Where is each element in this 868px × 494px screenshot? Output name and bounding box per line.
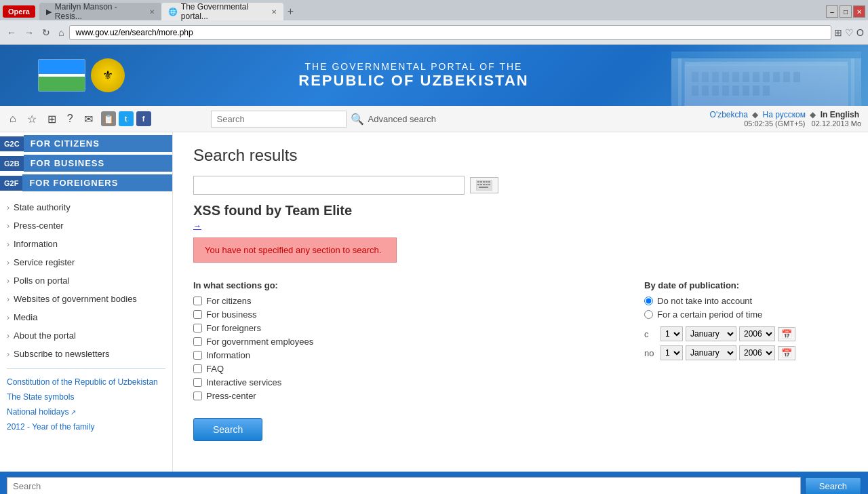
sidebar-item-polls[interactable]: › Polls on portal xyxy=(0,271,172,290)
sidebar-item-subscribe[interactable]: › Subscribe to newsletters xyxy=(0,345,172,363)
sidebar-label-information: Information xyxy=(14,239,58,249)
checkbox-citizens[interactable] xyxy=(193,297,202,305)
twitter-icon[interactable]: t xyxy=(119,111,134,126)
checkbox-business[interactable] xyxy=(193,310,202,319)
date-from-day-select[interactable]: 1 2 3 4 5 xyxy=(660,326,683,341)
g2b-business-button[interactable]: G2B FOR BUSINESS xyxy=(0,155,172,172)
section-row: In what sections go: For citizens For bu… xyxy=(193,280,848,404)
radio-no-account[interactable] xyxy=(644,297,653,305)
section-item-gov-employees: For government employees xyxy=(193,337,617,347)
date-radio-list: Do not take into account For a certain p… xyxy=(644,296,848,320)
bottom-search-input[interactable] xyxy=(7,477,801,494)
checkbox-information[interactable] xyxy=(193,351,202,360)
youtube-icon: ▶ xyxy=(46,7,52,16)
xss-link[interactable]: → xyxy=(193,221,201,231)
date-to-month-select[interactable]: January February March xyxy=(686,345,736,360)
minimize-button[interactable]: – xyxy=(826,5,838,18)
sidebar-label-polls: Polls on portal xyxy=(14,276,69,286)
sidebar-link-holidays[interactable]: National holidays xyxy=(0,404,172,419)
g2f-foreigners-button[interactable]: G2F FOR FOREIGNERS xyxy=(0,174,172,191)
checkbox-interactive[interactable] xyxy=(193,378,202,387)
back-button[interactable]: ← xyxy=(4,26,19,39)
sidebar-label-press-center: Press-center xyxy=(14,221,64,231)
date-to-day-select[interactable]: 1 2 3 xyxy=(660,345,683,360)
sidebar-item-service-register[interactable]: › Service register xyxy=(0,253,172,271)
lang-time: O'zbekcha ◆ На русском ◆ In English 05:0… xyxy=(708,110,861,128)
xss-arrow: → xyxy=(193,221,848,231)
sitemap-nav-icon[interactable]: ⊞ xyxy=(45,111,59,127)
opera-icon[interactable]: O xyxy=(856,27,864,38)
lang-en-link[interactable]: In English xyxy=(821,110,859,119)
date-to-year-select[interactable]: 2006 2007 xyxy=(739,345,775,360)
home-nav-icon[interactable]: ⌂ xyxy=(7,111,19,126)
lang-uz-link[interactable]: O'zbekcha xyxy=(710,110,748,119)
search-field[interactable] xyxy=(193,176,465,195)
advanced-search-link[interactable]: Advanced search xyxy=(368,114,436,124)
radio-period[interactable] xyxy=(644,310,653,319)
close-button[interactable]: ✕ xyxy=(853,5,865,18)
tab-gov-portal[interactable]: 🌐 The Governmental portal... ✕ xyxy=(161,3,283,20)
date-title: By date of publication: xyxy=(644,280,848,290)
home-button[interactable]: ⌂ xyxy=(56,26,66,39)
sidebar-item-gov-bodies[interactable]: › Websites of government bodies xyxy=(0,290,172,308)
sidebar-link-constitution[interactable]: Constitution of the Republic of Uzbekist… xyxy=(0,375,172,390)
section-label-foreigners: For foreigners xyxy=(206,323,261,333)
globe-icon: 🌐 xyxy=(168,7,178,16)
svg-rect-36 xyxy=(479,187,488,188)
toolbar-search-icon[interactable]: 🔍 xyxy=(351,113,364,126)
tab-marilyn-manson[interactable]: ▶ Marilyn Manson - Resis... ✕ xyxy=(39,3,161,20)
checkbox-faq[interactable] xyxy=(193,364,202,373)
header-line2: REPUBLIC OF UZBEKISTAN xyxy=(163,72,665,90)
flag-emblem: ⚜ xyxy=(38,58,125,92)
address-bar[interactable] xyxy=(69,25,831,40)
date-radio-item-no-account: Do not take into account xyxy=(644,296,848,306)
sidebar-link-symbols[interactable]: The State symbols xyxy=(0,390,172,404)
help-nav-icon[interactable]: ? xyxy=(64,111,76,126)
svg-rect-32 xyxy=(480,184,482,185)
checkbox-gov-employees[interactable] xyxy=(193,337,202,346)
checkbox-press-center[interactable] xyxy=(193,392,202,400)
facebook-icon[interactable]: f xyxy=(136,111,151,126)
search-submit-button[interactable]: Search xyxy=(193,418,262,441)
mail-social-icon[interactable]: 📋 xyxy=(101,111,116,126)
sidebar-item-press-center[interactable]: › Press-center xyxy=(0,216,172,235)
forward-button[interactable]: → xyxy=(22,26,37,39)
date-to-calendar-button[interactable]: 📅 xyxy=(778,346,795,360)
arrow-icon-5: › xyxy=(7,276,9,286)
keyboard-button[interactable] xyxy=(470,177,498,193)
sidebar-item-media[interactable]: › Media xyxy=(0,308,172,326)
date-from-year-select[interactable]: 2006 2007 xyxy=(739,326,775,341)
mail-nav-icon[interactable]: ✉ xyxy=(81,111,96,127)
grid-icon[interactable]: ⊞ xyxy=(834,27,842,38)
tab-close-2[interactable]: ✕ xyxy=(271,8,277,16)
svg-rect-35 xyxy=(488,184,490,185)
star-nav-icon[interactable]: ☆ xyxy=(24,111,39,127)
opera-logo[interactable]: Opera xyxy=(3,5,35,18)
refresh-button[interactable]: ↻ xyxy=(39,26,53,39)
date-from-calendar-button[interactable]: 📅 xyxy=(778,327,795,341)
date-to-label: no xyxy=(644,348,658,358)
toolbar-search-input[interactable] xyxy=(211,111,347,128)
tab-label-1: Marilyn Manson - Resis... xyxy=(55,2,145,21)
section-label-press-center: Press-center xyxy=(206,391,256,401)
sidebar-item-state-authority[interactable]: › State authority xyxy=(0,198,172,216)
maximize-button[interactable]: □ xyxy=(840,5,852,18)
flag xyxy=(38,59,85,92)
tab-close-1[interactable]: ✕ xyxy=(149,8,155,16)
sidebar-item-information[interactable]: › Information xyxy=(0,235,172,253)
date-from-month-select[interactable]: January February March xyxy=(686,326,736,341)
sidebar-item-about[interactable]: › About the portal xyxy=(0,326,172,345)
tab-add-button[interactable]: + xyxy=(283,4,298,19)
heart-icon[interactable]: ♡ xyxy=(845,27,854,38)
bottom-search-button[interactable]: Search xyxy=(805,477,861,494)
main-layout: G2C FOR CITIZENS G2B FOR BUSINESS G2F FO… xyxy=(0,132,868,472)
g2c-citizens-button[interactable]: G2C FOR CITIZENS xyxy=(0,135,172,152)
checkbox-foreigners[interactable] xyxy=(193,324,202,332)
site-header: ⚜ THE GOVERNMENTAL PORTAL OF THE REPUBLI… xyxy=(0,45,868,106)
sidebar-link-2012[interactable]: 2012 - Year of the family xyxy=(0,419,172,434)
sidebar-label-subscribe: Subscribe to newsletters xyxy=(14,349,110,359)
arrow-icon-3: › xyxy=(7,240,9,249)
xss-title: XSS found by Team Elite xyxy=(193,203,848,218)
lang-ru-link[interactable]: На русском xyxy=(763,110,806,119)
svg-rect-28 xyxy=(483,181,485,183)
